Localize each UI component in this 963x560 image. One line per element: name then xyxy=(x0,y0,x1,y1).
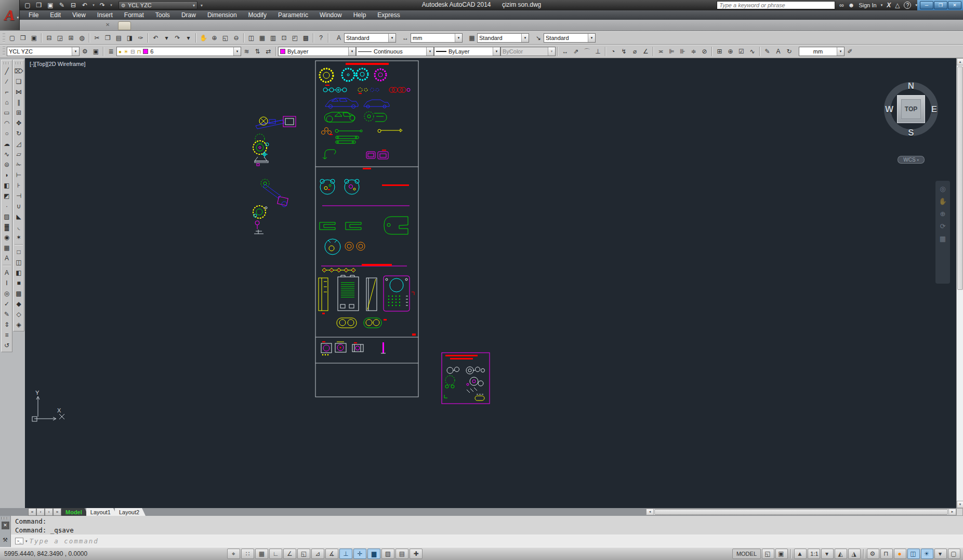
draw-hatch-icon[interactable]: ▨ xyxy=(2,211,12,222)
dim-update-icon[interactable]: ↻ xyxy=(784,46,795,57)
draw-line-icon[interactable]: ╱ xyxy=(2,66,12,76)
properties-icon[interactable]: ◫ xyxy=(246,33,257,44)
visual-style-realistic-icon[interactable]: ■ xyxy=(14,278,24,288)
menu-insert[interactable]: Insert xyxy=(91,10,118,20)
workspace-dropdown[interactable]: ⚙ YCL YZC ▾ xyxy=(118,1,197,9)
table-style-dropdown[interactable]: ▦ Standard▾ xyxy=(467,33,529,44)
tab-last-button[interactable]: » xyxy=(53,508,61,516)
paste-block-icon[interactable]: ◨ xyxy=(124,33,135,44)
dim-style-dropdown[interactable]: ↔ mm▾ xyxy=(400,33,463,44)
toggle-ortho[interactable]: ∟ xyxy=(269,549,282,559)
draw-table-icon[interactable]: ▦ xyxy=(2,243,12,253)
draw-mtext-icon[interactable]: A xyxy=(2,253,12,263)
mirror-icon[interactable]: ⋈ xyxy=(14,87,24,97)
toolbar-grip[interactable] xyxy=(3,47,5,56)
workspace-settings-icon[interactable]: ⚙ xyxy=(80,46,90,57)
view-cube-face[interactable]: TOP xyxy=(897,95,925,123)
toggle-grid[interactable]: ▦ xyxy=(255,549,268,559)
draw-circle-icon[interactable]: ○ xyxy=(2,128,12,139)
dim-diameter-icon[interactable]: ⌀ xyxy=(629,46,640,57)
draw-arc-icon[interactable]: ◠ xyxy=(2,118,12,128)
search-input[interactable] xyxy=(717,1,835,9)
qat-saveas-icon[interactable]: ✎ xyxy=(57,2,67,9)
dim-units-dropdown[interactable]: mm ▾ xyxy=(799,47,845,56)
text-spellcheck-icon[interactable]: ✓ xyxy=(2,299,12,309)
draw-rectangle-icon[interactable]: ▭ xyxy=(2,108,12,118)
layer-states-icon[interactable]: ≋ xyxy=(241,46,252,57)
dim-jogged-icon[interactable]: ↯ xyxy=(618,46,629,57)
tab-layout2[interactable]: Layout2 xyxy=(115,508,146,516)
pan-icon[interactable]: ✋ xyxy=(198,33,209,44)
draw-polyline-icon[interactable]: ⌐ xyxy=(2,87,12,97)
dim-inspect-icon[interactable]: ☑ xyxy=(736,46,747,57)
layer-lock-icon[interactable]: ⊓ xyxy=(137,49,141,55)
vertical-scroll-thumb[interactable] xyxy=(957,66,963,290)
zoom-previous-icon[interactable]: ⊖ xyxy=(231,33,242,44)
command-close-icon[interactable]: ✕ xyxy=(2,522,9,529)
command-input-row[interactable]: >_ ▾ Type a command xyxy=(11,535,963,547)
undo-icon[interactable]: ↶ xyxy=(150,33,161,44)
draw-region-icon[interactable]: ◉ xyxy=(2,232,12,243)
plot-icon[interactable]: ⊟ xyxy=(44,33,55,44)
cut-icon[interactable]: ✂ xyxy=(91,33,102,44)
quickcalc-icon[interactable]: ▩ xyxy=(300,33,311,44)
dim-edit-icon[interactable]: ✎ xyxy=(762,46,773,57)
status-flyout-arrow-icon[interactable]: ▾ xyxy=(934,549,947,559)
horizontal-scrollbar[interactable]: ◄ ► xyxy=(646,509,956,515)
menu-window[interactable]: Window xyxy=(314,10,348,20)
menu-parametric[interactable]: Parametric xyxy=(272,10,314,20)
toggle-osnap[interactable]: ◱ xyxy=(297,549,310,559)
toggle-selection-cycling[interactable]: ✚ xyxy=(410,549,423,559)
layer-previous-icon[interactable]: ⇅ xyxy=(252,46,263,57)
ucs-dialog-icon[interactable]: ▣ xyxy=(90,46,101,57)
tool-palettes-icon[interactable]: ▥ xyxy=(268,33,279,44)
lineweight-dropdown[interactable]: ByLayer ▾ xyxy=(434,47,500,56)
copy-icon[interactable]: ❏ xyxy=(14,76,24,87)
scroll-left-icon[interactable]: ◄ xyxy=(647,509,654,515)
dim-space-icon[interactable]: ≑ xyxy=(688,46,699,57)
offset-icon[interactable]: ∥ xyxy=(14,97,24,108)
layer-dropdown[interactable]: ● ☀ ⊟ ⊓ 6 ▾ xyxy=(116,47,241,56)
dim-quick-icon[interactable]: ≍ xyxy=(655,46,666,57)
navigation-bar[interactable]: ◎✋⊕⟳▦ xyxy=(935,181,950,284)
erase-icon[interactable]: ⌦ xyxy=(14,66,24,76)
text-find-icon[interactable]: ◎ xyxy=(2,288,12,299)
performance-tuner-icon[interactable]: ● xyxy=(894,549,906,559)
dimension-style-icon[interactable]: ✐ xyxy=(845,46,855,57)
zoom-window-icon[interactable]: ◱ xyxy=(220,33,231,44)
menu-edit[interactable]: Edit xyxy=(44,10,67,20)
menu-draw[interactable]: Draw xyxy=(176,10,202,20)
new-file-icon[interactable]: ▢ xyxy=(7,33,18,44)
scroll-right-icon[interactable]: ► xyxy=(948,509,956,515)
text-scale-icon[interactable]: ⇕ xyxy=(2,319,12,330)
render-region-icon[interactable]: ◇ xyxy=(14,309,24,319)
chamfer-icon[interactable]: ◣ xyxy=(14,211,24,222)
scroll-down-icon[interactable]: ▼ xyxy=(957,501,963,508)
array-icon[interactable]: ⊞ xyxy=(14,108,24,118)
toolbar-grip[interactable] xyxy=(16,62,22,64)
exchange-apps-icon[interactable]: X xyxy=(887,2,891,9)
toggle-dyn[interactable]: ✛ xyxy=(353,549,366,559)
menu-view[interactable]: View xyxy=(67,10,91,20)
open-file-icon[interactable]: ❒ xyxy=(18,33,29,44)
toolbar-grip[interactable] xyxy=(4,62,10,64)
tab-prev-button[interactable]: ‹ xyxy=(36,508,45,516)
insert-block-icon[interactable]: ◧ xyxy=(2,180,12,191)
menu-modify[interactable]: Modify xyxy=(243,10,272,20)
layout-quickview-icon[interactable]: ◱ xyxy=(762,549,774,559)
file-tab-close-icon[interactable]: ✕ xyxy=(105,22,110,28)
nav-zoom-icon[interactable]: ⊕ xyxy=(940,210,946,218)
redo-icon[interactable]: ↷ xyxy=(172,33,183,44)
markup-set-manager-icon[interactable]: ◰ xyxy=(289,33,300,44)
autodesk-360-icon[interactable]: △ xyxy=(895,2,900,9)
dim-ordinate-icon[interactable]: ⊥ xyxy=(592,46,603,57)
text-justify-icon[interactable]: ≡ xyxy=(2,330,12,340)
viewport-controls[interactable]: [-][Top][2D Wireframe] xyxy=(30,61,86,67)
paste-icon[interactable]: ▤ xyxy=(113,33,124,44)
text-style-icon[interactable]: ✎ xyxy=(2,309,12,319)
multileader-style-dropdown[interactable]: ↘ Standard▾ xyxy=(533,33,596,44)
coordinate-display[interactable]: 5995.4440, 842.3490 , 0.0000 xyxy=(4,550,108,557)
redo-list-arrow-icon[interactable]: ▾ xyxy=(183,33,194,44)
quickview-drawings-icon[interactable]: ▣ xyxy=(775,549,788,559)
annotation-autoscale-icon[interactable]: ◮ xyxy=(848,549,861,559)
